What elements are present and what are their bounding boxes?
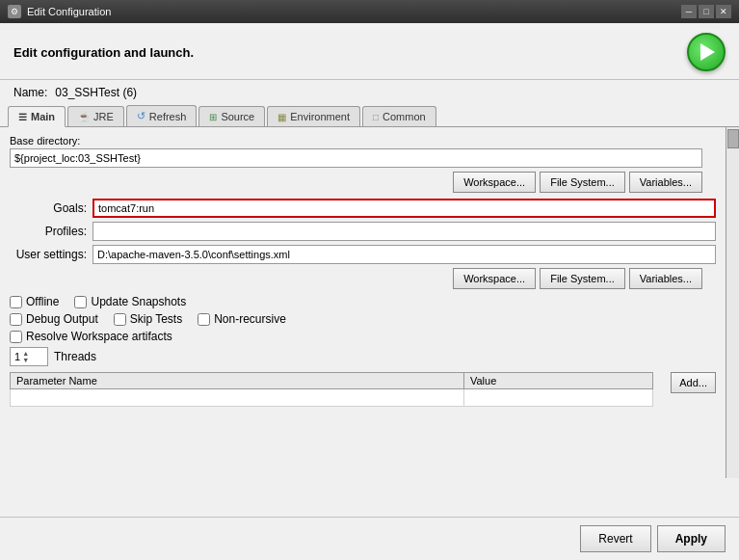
base-directory-input[interactable] — [10, 148, 702, 168]
offline-label: Offline — [26, 295, 59, 308]
window-body: Edit configuration and launch. Name: 03_… — [0, 23, 739, 560]
window-icon: ⚙ — [8, 5, 21, 18]
checkboxes-section: Offline Update Snapshots Debug Output Sk… — [10, 295, 716, 343]
header-title: Edit configuration and launch. — [13, 45, 194, 60]
debug-output-checkbox-item: Debug Output — [10, 312, 98, 326]
minimize-button[interactable]: ─ — [681, 5, 697, 18]
user-settings-row: User settings: — [10, 245, 716, 264]
non-recursive-checkbox-item: Non-recursive — [198, 312, 286, 326]
common-tab-icon: □ — [373, 112, 379, 122]
goals-input[interactable] — [92, 199, 716, 218]
name-label: Name: — [13, 86, 47, 99]
debug-output-checkbox[interactable] — [10, 313, 22, 326]
base-directory-label: Base directory: — [10, 135, 716, 147]
update-snapshots-checkbox-item: Update Snapshots — [74, 295, 186, 308]
main-tab-icon: ☰ — [18, 112, 27, 122]
variables-button-2[interactable]: Variables... — [629, 268, 702, 289]
refresh-tab-label: Refresh — [149, 111, 187, 122]
goals-input-wrapper — [92, 199, 716, 218]
tab-main[interactable]: ☰ Main — [8, 106, 66, 127]
skip-tests-checkbox-item: Skip Tests — [114, 312, 182, 326]
close-button[interactable]: ✕ — [716, 5, 731, 18]
goals-label: Goals: — [10, 201, 87, 215]
user-settings-buttons: Workspace... File System... Variables... — [10, 268, 716, 289]
spinner-arrows[interactable]: ▲ ▼ — [22, 350, 29, 363]
offline-checkbox[interactable] — [10, 296, 22, 308]
run-icon — [700, 43, 715, 61]
source-tab-icon: ⊞ — [209, 112, 217, 122]
window-title: Edit Configuration — [27, 6, 111, 17]
file-system-button-2[interactable]: File System... — [540, 268, 625, 289]
source-tab-label: Source — [221, 111, 254, 122]
update-snapshots-checkbox[interactable] — [74, 296, 87, 308]
checkbox-row-3: Resolve Workspace artifacts — [10, 330, 716, 343]
params-table: Parameter Name Value — [10, 372, 653, 407]
threads-value: 1 — [14, 351, 20, 362]
checkbox-row-1: Offline Update Snapshots — [10, 295, 716, 308]
base-dir-buttons: Workspace... File System... Variables... — [10, 172, 716, 193]
environment-tab-icon: ▦ — [277, 112, 286, 122]
params-empty-cell-1 — [11, 389, 464, 407]
tab-environment[interactable]: ▦ Environment — [267, 106, 360, 126]
revert-button[interactable]: Revert — [580, 525, 650, 552]
scrollbar-thumb[interactable] — [727, 129, 739, 148]
workspace-button-2[interactable]: Workspace... — [453, 268, 536, 289]
name-value: 03_SSHTest (6) — [55, 86, 137, 99]
params-section: Parameter Name Value Add... — [10, 372, 716, 407]
header-section: Edit configuration and launch. — [0, 23, 739, 79]
threads-row: 1 ▲ ▼ Threads — [10, 347, 716, 366]
common-tab-label: Common — [383, 111, 426, 122]
name-row: Name: 03_SSHTest (6) — [0, 80, 739, 105]
update-snapshots-label: Update Snapshots — [91, 295, 186, 308]
apply-button[interactable]: Apply — [657, 525, 726, 552]
params-empty-cell-2 — [463, 389, 652, 407]
refresh-tab-icon: ↺ — [137, 110, 145, 122]
tab-jre[interactable]: ☕ JRE — [67, 106, 124, 126]
resolve-workspace-checkbox-item: Resolve Workspace artifacts — [10, 330, 172, 343]
spinner-up-arrow[interactable]: ▲ — [22, 350, 29, 357]
tabs-row: ☰ Main ☕ JRE ↺ Refresh ⊞ Source ▦ Enviro… — [0, 105, 739, 127]
threads-label: Threads — [54, 350, 96, 363]
content-area: Base directory: Workspace... File System… — [0, 127, 739, 517]
run-button[interactable] — [687, 33, 726, 71]
skip-tests-checkbox[interactable] — [114, 313, 126, 326]
jre-tab-icon: ☕ — [78, 112, 90, 122]
maximize-button[interactable]: □ — [699, 5, 714, 18]
workspace-button-1[interactable]: Workspace... — [453, 172, 536, 193]
tab-refresh[interactable]: ↺ Refresh — [126, 105, 198, 126]
vertical-scrollbar[interactable] — [726, 127, 739, 478]
spinner-down-arrow[interactable]: ▼ — [22, 357, 29, 363]
debug-output-label: Debug Output — [26, 312, 98, 326]
title-bar-left: ⚙ Edit Configuration — [8, 5, 111, 18]
user-settings-label: User settings: — [10, 248, 87, 261]
tab-common[interactable]: □ Common — [362, 106, 436, 126]
title-bar: ⚙ Edit Configuration ─ □ ✕ — [0, 0, 739, 23]
resolve-workspace-checkbox[interactable] — [10, 331, 22, 343]
non-recursive-checkbox[interactable] — [198, 313, 210, 326]
params-col-name: Parameter Name — [11, 373, 464, 389]
profiles-label: Profiles: — [10, 225, 87, 238]
offline-checkbox-item: Offline — [10, 295, 59, 308]
checkbox-row-2: Debug Output Skip Tests Non-recursive — [10, 312, 716, 326]
add-button[interactable]: Add... — [671, 372, 716, 393]
content-inner: Base directory: Workspace... File System… — [10, 135, 729, 407]
main-tab-label: Main — [31, 111, 55, 122]
user-settings-input[interactable] — [92, 245, 716, 264]
non-recursive-label: Non-recursive — [214, 312, 286, 326]
profiles-row: Profiles: — [10, 222, 716, 241]
footer-section: Revert Apply — [0, 517, 739, 560]
threads-spinner[interactable]: 1 ▲ ▼ — [10, 347, 48, 366]
file-system-button-1[interactable]: File System... — [540, 172, 625, 193]
resolve-workspace-label: Resolve Workspace artifacts — [26, 330, 172, 343]
params-table-wrapper: Parameter Name Value — [10, 372, 667, 407]
base-directory-section: Base directory: — [10, 135, 716, 168]
goals-row: Goals: — [10, 199, 716, 218]
params-col-value: Value — [463, 373, 652, 389]
window-controls[interactable]: ─ □ ✕ — [681, 5, 731, 18]
profiles-input[interactable] — [92, 222, 716, 241]
tab-source[interactable]: ⊞ Source — [198, 106, 265, 126]
environment-tab-label: Environment — [290, 111, 350, 122]
jre-tab-label: JRE — [93, 111, 114, 122]
skip-tests-label: Skip Tests — [130, 312, 182, 326]
variables-button-1[interactable]: Variables... — [629, 172, 702, 193]
